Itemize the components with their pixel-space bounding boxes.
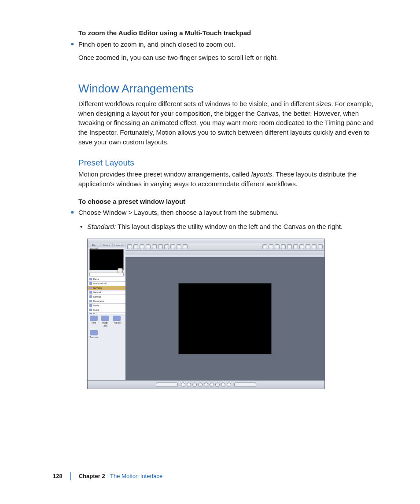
- tool-icon: [183, 244, 188, 249]
- chapter-title: The Motion Interface: [110, 473, 162, 479]
- dot-bullet-icon: •: [80, 222, 82, 232]
- screenshot-toolbar: [125, 243, 324, 251]
- screenshot-standard-layout: File Browser Library Inspector Dana Maci…: [87, 239, 325, 389]
- folder-icon: [90, 316, 98, 321]
- tool-icon: [262, 244, 267, 249]
- screenshot-canvas-area: [125, 257, 324, 381]
- tool-icon: [287, 244, 292, 249]
- tool-icon: [312, 244, 317, 249]
- bullet-text: Choose Window > Layouts, then choose a l…: [78, 209, 279, 216]
- drive-icon: [89, 278, 92, 280]
- folder-icon: [89, 295, 92, 298]
- folder-icon: [89, 300, 92, 302]
- square-bullet-icon: [71, 43, 74, 45]
- screenshot-utility-window: File Browser Library Inspector Dana Maci…: [88, 243, 126, 381]
- tool-icon: [164, 244, 169, 249]
- sub-bullet-label: Standard:: [87, 223, 116, 230]
- tool-icon: [275, 244, 280, 249]
- screenshot-preview-thumb: [89, 249, 124, 270]
- square-bullet-icon: [71, 211, 74, 213]
- task-heading-choose-preset: To choose a preset window layout: [78, 197, 378, 206]
- page-number: 128: [53, 472, 63, 481]
- tool-icon: [152, 244, 157, 249]
- tab-library: Library: [100, 243, 113, 247]
- tool-icon: [158, 244, 163, 249]
- tab-inspector: Inspector: [113, 243, 125, 247]
- screenshot-subbar: [125, 251, 324, 255]
- tool-icon: [133, 244, 138, 249]
- sub-bullet-text: This layout displays the utility window …: [118, 223, 343, 230]
- drive-icon: [89, 287, 92, 289]
- sidebar-item: Media: [88, 304, 125, 308]
- timecode-field: [156, 383, 178, 387]
- tool-icon: [127, 244, 132, 249]
- folder-grid: Misc Image Files Projects Textures: [88, 314, 125, 381]
- folder-item: Projects: [112, 316, 121, 328]
- section-heading-window-arrangements: Window Arrangements: [78, 81, 378, 97]
- tool-icon: [269, 244, 273, 249]
- tab-file-browser: File Browser: [88, 243, 100, 247]
- sidebar-list: Dana Macintosh HD NuVideo Network Deskto…: [88, 277, 125, 317]
- folder-icon: [89, 304, 92, 307]
- section-body-window-arrangements: Different workflows require different se…: [78, 99, 378, 147]
- subsection-heading-preset-layouts: Preset Layouts: [78, 157, 378, 169]
- sidebar-item: Music: [88, 308, 125, 313]
- transport-button-icon: [192, 383, 197, 387]
- sub-bullet-standard: • Standard: This layout displays the uti…: [78, 222, 378, 232]
- canvas-black-frame: [178, 283, 272, 354]
- drive-icon: [89, 282, 92, 285]
- sidebar-item: Desktop: [88, 295, 125, 299]
- screenshot-transport-bar: [88, 380, 324, 389]
- sidebar-item: Network: [88, 291, 125, 295]
- folder-item: Textures: [89, 330, 98, 339]
- sidebar-item: Macintosh HD: [88, 282, 125, 286]
- bullet-item-choose-window: Choose Window > Layouts, then choose a l…: [78, 208, 378, 217]
- page-footer: 128 Chapter 2 The Motion Interface: [0, 472, 420, 483]
- tool-icon: [299, 244, 304, 249]
- transport-button-icon: [227, 383, 231, 387]
- timecode-field: [234, 383, 256, 387]
- transport-button-icon: [210, 383, 214, 387]
- bullet-followup: Once zoomed in, you can use two-finger s…: [78, 53, 378, 63]
- network-icon: [89, 291, 92, 294]
- bullet-item-pinch: Pinch open to zoom in, and pinch closed …: [78, 40, 378, 63]
- folder-icon: [89, 309, 92, 311]
- folder-item: Misc: [89, 316, 98, 328]
- sidebar-item: Documents: [88, 299, 125, 304]
- folder-icon: [101, 316, 109, 321]
- sidebar-item-selected: NuVideo: [88, 286, 125, 291]
- tool-icon: [177, 244, 181, 249]
- tool-icon: [318, 244, 323, 249]
- folder-icon: [113, 316, 121, 321]
- tool-icon: [293, 244, 298, 249]
- tool-icon: [170, 244, 175, 249]
- transport-button-icon: [181, 383, 185, 387]
- transport-button-icon: [215, 383, 220, 387]
- tool-icon: [146, 244, 151, 249]
- sidebar-item: Dana: [88, 277, 125, 282]
- transport-button-icon: [204, 383, 208, 387]
- folder-icon: [90, 330, 98, 335]
- play-icon: [118, 268, 123, 273]
- folder-item: Image Files: [101, 316, 110, 328]
- footer-divider: [70, 472, 71, 480]
- chapter-label: Chapter 2: [79, 473, 105, 479]
- tool-icon: [281, 244, 286, 249]
- transport-button-icon: [198, 383, 203, 387]
- bullet-text: Pinch open to zoom in, and pinch closed …: [78, 40, 235, 48]
- transport-button-icon: [221, 383, 225, 387]
- tool-icon: [306, 244, 310, 249]
- subsection-body-preset-layouts: Motion provides three preset window arra…: [78, 169, 378, 189]
- screenshot-utility-tabs: File Browser Library Inspector: [88, 243, 125, 247]
- tool-icon: [140, 244, 144, 249]
- transport-button-icon: [187, 383, 191, 387]
- screenshot-canvas-window: [125, 243, 324, 381]
- task-heading-zoom: To zoom the Audio Editor using a Multi-T…: [78, 28, 378, 38]
